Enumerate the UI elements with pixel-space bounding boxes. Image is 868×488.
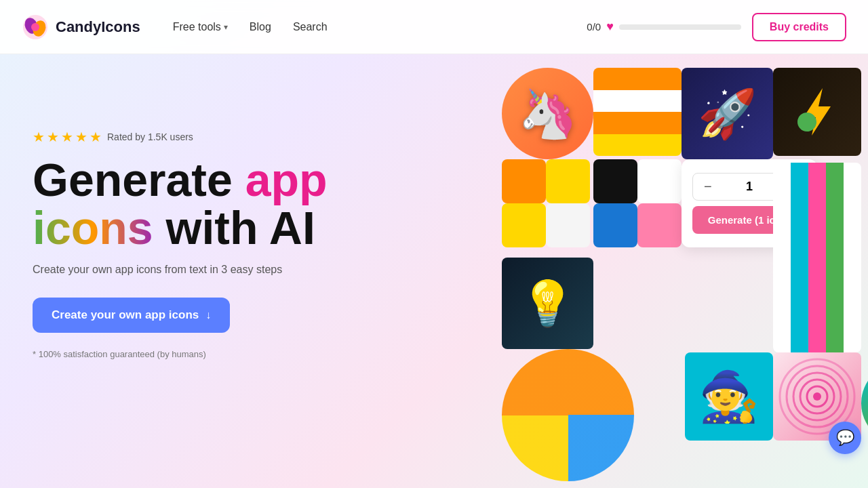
rating-row: ★ ★ ★ ★ ★ Rated by 1.5K users — [33, 129, 328, 145]
logo-icon — [22, 14, 49, 41]
hero-subtitle: Create your own app icons from text in 3… — [33, 264, 328, 276]
credits-bar — [619, 24, 741, 30]
icon-count: 1 — [746, 180, 753, 194]
hero-content: ★ ★ ★ ★ ★ Rated by 1.5K users Generate a… — [33, 129, 328, 359]
guarantee-text: * 100% satisfaction guaranteed (by human… — [33, 349, 328, 359]
star-3: ★ — [61, 129, 73, 145]
tile-orange-sq — [502, 159, 546, 203]
buy-credits-button[interactable]: Buy credits — [752, 13, 846, 41]
star-4: ★ — [75, 129, 87, 145]
star-2: ★ — [47, 129, 59, 145]
tile-unicorn: 🦄 — [502, 68, 593, 159]
chat-button[interactable]: 💬 — [829, 422, 861, 454]
heart-icon: ♥ — [606, 20, 614, 34]
nav-blog[interactable]: Blog — [250, 21, 271, 33]
tile-black-sq — [593, 159, 637, 203]
tile-white-sq — [546, 203, 590, 247]
header: CandyIcons Free tools ▾ Blog Search 0/0 … — [0, 0, 868, 54]
headline: Generate app icons with AI — [33, 156, 328, 253]
main-nav: Free tools ▾ Blog Search — [173, 21, 328, 33]
lamp-emoji: 💡 — [520, 278, 575, 329]
chat-icon: 💬 — [836, 429, 854, 447]
tile-yellow-sq — [546, 159, 590, 203]
headline-with-ai: with AI — [153, 203, 315, 254]
star-5: ★ — [90, 129, 102, 145]
cta-label: Create your own app icons — [52, 308, 199, 322]
svg-point-3 — [31, 23, 39, 31]
header-right: 0/0 ♥ Buy credits — [587, 13, 846, 41]
icon-grid: 🦄 🚀 − 1 + — [461, 54, 868, 488]
tile-color-circle — [502, 349, 634, 481]
tile-rocket: 🚀 — [682, 68, 773, 159]
wizard-cat-emoji: 🧙 — [698, 368, 760, 426]
tile-lightning — [773, 68, 861, 156]
tile-wizard-cat: 🧙 — [685, 352, 773, 441]
tile-we-are-here: 🐙 — [861, 363, 868, 444]
svg-point-11 — [813, 392, 821, 401]
rocket-emoji: 🚀 — [698, 86, 757, 142]
tile-color-stripes — [593, 68, 682, 156]
headline-generate: Generate — [33, 154, 245, 205]
star-1: ★ — [33, 129, 45, 145]
decrement-button[interactable]: − — [704, 179, 712, 195]
headline-app: app — [245, 154, 328, 205]
rating-label: Rated by 1.5K users — [107, 131, 193, 142]
logo[interactable]: CandyIcons — [22, 14, 140, 41]
hero-section: ★ ★ ★ ★ ★ Rated by 1.5K users Generate a… — [0, 0, 868, 488]
tile-pink-sq — [637, 203, 682, 247]
chevron-down-icon: ▾ — [224, 22, 228, 32]
tile-vertical-stripes — [773, 163, 861, 352]
cta-button[interactable]: Create your own app icons ↓ — [33, 298, 230, 333]
unicorn-emoji: 🦄 — [518, 86, 577, 142]
credits-value: 0/0 — [587, 21, 601, 33]
tile-blue-sq — [593, 203, 637, 247]
logo-text: CandyIcons — [56, 18, 140, 36]
cta-arrow-icon: ↓ — [205, 309, 211, 321]
nav-search[interactable]: Search — [293, 21, 328, 33]
headline-icons: icons — [33, 203, 153, 254]
credits-area: 0/0 ♥ — [587, 20, 741, 34]
tile-yellow-sq2 — [502, 203, 546, 247]
tile-lamp: 💡 — [502, 258, 593, 349]
stars: ★ ★ ★ ★ ★ — [33, 129, 102, 145]
tile-white-sq2 — [637, 159, 682, 203]
nav-free-tools[interactable]: Free tools ▾ — [173, 21, 228, 33]
lightning-icon — [790, 85, 844, 139]
